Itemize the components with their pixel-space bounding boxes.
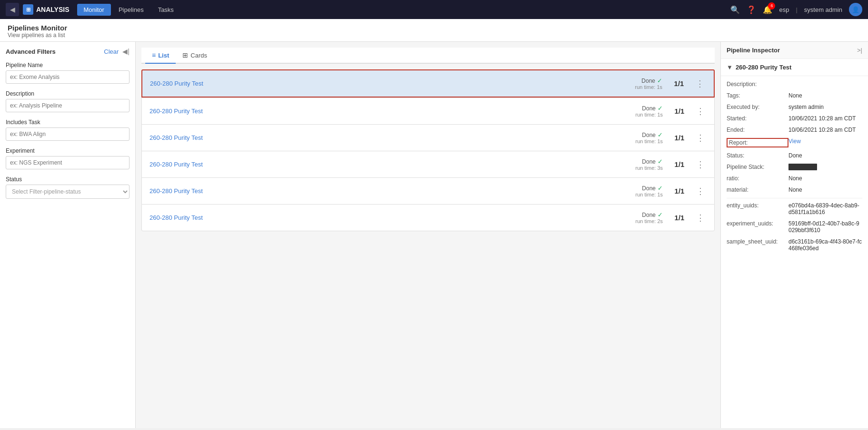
pipeline-runtime: run time: 1s (636, 138, 663, 144)
pipeline-runtime: run time: 3s (636, 165, 663, 171)
inspector-row-experiment-uuids: experiment_uuids: 59169bff-0d12-40b7-ba8… (727, 220, 862, 234)
page-subtitle: View pipelines as a list (8, 32, 860, 39)
logo-icon: ⊞ (23, 4, 33, 15)
table-row[interactable]: 260-280 Purity Test Done ✓ run time: 1s … (141, 98, 715, 124)
done-icon: ✓ (658, 211, 663, 218)
pipeline-status-wrap: Done ✓ run time: 1s (636, 105, 663, 117)
inspector-value-material: None (788, 186, 862, 193)
nav-tabs: Monitor Pipelines Tasks (77, 4, 180, 16)
inspector-separator (727, 198, 862, 198)
list-icon: ≡ (152, 51, 156, 59)
pipeline-ratio: 1/1 (672, 134, 687, 142)
tab-list[interactable]: ≡ List (145, 48, 176, 64)
inspector-row-started: Started: 10/06/2021 10:28 am CDT (727, 115, 862, 122)
pipeline-menu-button[interactable]: ⋮ (694, 159, 707, 170)
nav-tab-monitor[interactable]: Monitor (77, 4, 111, 16)
filter-input-includes-task[interactable] (6, 127, 130, 141)
table-row[interactable]: 260-280 Purity Test Done ✓ run time: 1s … (141, 124, 715, 151)
search-icon[interactable]: 🔍 (730, 5, 740, 14)
help-icon[interactable]: ❓ (747, 5, 756, 14)
page-title: Pipelines Monitor (8, 24, 860, 32)
inspector-row-report: Report: View (727, 138, 862, 147)
filter-input-pipeline-name[interactable] (6, 70, 130, 84)
inspector-value-ratio: None (788, 175, 862, 182)
user-name: system admin (804, 6, 842, 13)
inspector-panel: Pipeline Inspector >| ▼ 260-280 Purity T… (720, 42, 868, 428)
filter-select-status[interactable]: Select Filter-pipeline-status Done Runni… (6, 185, 130, 199)
table-row[interactable]: 260-280 Purity Test Done ✓ run time: 3s … (141, 151, 715, 177)
inspector-key-material: material: (727, 186, 788, 193)
inspector-pipeline-name: ▼ 260-280 Purity Test (721, 59, 868, 76)
collapse-icon[interactable]: ◀| (122, 48, 130, 55)
pipeline-status-wrap: Done ✓ run time: 2s (636, 211, 663, 224)
pipeline-menu-button[interactable]: ⋮ (694, 186, 707, 196)
pipeline-status: Done (641, 78, 655, 84)
page-header: Pipelines Monitor View pipelines as a li… (0, 19, 868, 42)
logo-text: ANALYSIS (36, 6, 70, 13)
top-nav: ◀ ⊞ ANALYSIS Monitor Pipelines Tasks 🔍 ❓… (0, 0, 868, 19)
pipeline-name: 260-280 Purity Test (150, 187, 636, 195)
tab-cards[interactable]: ⊞ Cards (176, 48, 214, 64)
pipeline-runtime: run time: 1s (635, 84, 662, 90)
pipeline-menu-button[interactable]: ⋮ (694, 213, 707, 223)
pipeline-name: 260-280 Purity Test (150, 214, 636, 221)
pipeline-status: Done (642, 158, 656, 165)
pipeline-name: 260-280 Purity Test (150, 108, 636, 115)
inspector-key-description: Description: (727, 81, 788, 88)
filter-input-description[interactable] (6, 99, 130, 112)
inspector-key-started: Started: (727, 115, 788, 122)
nav-tab-pipelines[interactable]: Pipelines (112, 4, 150, 16)
filter-label-pipeline-name: Pipeline Name (6, 62, 130, 68)
inspector-key-experiment-uuids: experiment_uuids: (727, 220, 788, 227)
pipeline-ratio: 1/1 (672, 107, 687, 115)
pipeline-runtime: run time: 1s (636, 112, 663, 117)
inspector-value-report[interactable]: View (788, 138, 862, 145)
filter-header: Advanced Filters Clear ◀| (6, 48, 130, 55)
inspector-expand-icon[interactable]: >| (857, 47, 862, 54)
pipeline-ratio: 1/1 (672, 187, 687, 195)
filter-panel: Advanced Filters Clear ◀| Pipeline Name … (0, 42, 136, 428)
inspector-toggle-icon[interactable]: ▼ (727, 64, 733, 71)
inspector-body: Description: Tags: None Executed by: sys… (721, 76, 868, 261)
inspector-key-ended: Ended: (727, 127, 788, 133)
inspector-title: Pipeline Inspector (727, 47, 780, 54)
inspector-value-status: Done (788, 152, 862, 159)
inspector-key-executed-by: Executed by: (727, 104, 788, 110)
pipeline-ratio: 1/1 (672, 160, 687, 168)
inspector-value-executed-by: system admin (788, 104, 862, 110)
inspector-row-entity-uuids: entity_uuids: e076bd4a-6839-4dec-8ab9-d5… (727, 202, 862, 215)
pipeline-status-wrap: Done ✓ run time: 1s (636, 131, 663, 144)
table-row[interactable]: 260-280 Purity Test Done ✓ run time: 1s … (141, 177, 715, 204)
inspector-value-experiment-uuids: 59169bff-0d12-40b7-ba8c-9029bbf3f610 (788, 220, 862, 234)
inspector-value-sample-sheet-uuid: d6c3161b-69ca-4f43-80e7-fc468fe036ed (788, 238, 862, 252)
table-row[interactable]: 260-280 Purity Test Done ✓ run time: 2s … (141, 204, 715, 231)
pipeline-runtime: run time: 2s (636, 218, 663, 224)
inspector-value-entity-uuids: e076bd4a-6839-4dec-8ab9-d581f1a1b616 (788, 202, 862, 215)
filter-input-experiment[interactable] (6, 156, 130, 169)
nav-tab-tasks[interactable]: Tasks (151, 4, 180, 16)
inspector-row-tags: Tags: None (727, 92, 862, 99)
pipeline-list: 260-280 Purity Test Done ✓ run time: 1s … (141, 69, 715, 231)
avatar[interactable]: 👤 (849, 3, 862, 16)
clear-link[interactable]: Clear (104, 48, 119, 55)
inspector-row-material: material: None (727, 186, 862, 193)
filter-title: Advanced Filters (6, 48, 56, 55)
inspector-value-ended: 10/06/2021 10:28 am CDT (788, 127, 862, 133)
inspector-row-sample-sheet-uuid: sample_sheet_uuid: d6c3161b-69ca-4f43-80… (727, 238, 862, 252)
bell-badge: 6 (768, 2, 775, 10)
main-layout: Advanced Filters Clear ◀| Pipeline Name … (0, 42, 868, 428)
pipeline-name: 260-280 Purity Test (150, 161, 636, 168)
pipeline-menu-button[interactable]: ⋮ (694, 106, 707, 117)
notifications-bell[interactable]: 🔔 6 (763, 5, 772, 14)
pipeline-menu-button[interactable]: ⋮ (694, 78, 706, 89)
pipeline-ratio: 1/1 (672, 79, 686, 88)
filter-status: Status Select Filter-pipeline-status Don… (6, 176, 130, 199)
filter-experiment: Experiment (6, 147, 130, 169)
back-button[interactable]: ◀ (6, 3, 19, 16)
inspector-row-executed-by: Executed by: system admin (727, 104, 862, 110)
pipeline-menu-button[interactable]: ⋮ (694, 133, 707, 143)
done-icon: ✓ (658, 105, 663, 112)
filter-label-description: Description (6, 90, 130, 97)
pipeline-name: 260-280 Purity Test (150, 134, 636, 141)
table-row[interactable]: 260-280 Purity Test Done ✓ run time: 1s … (141, 69, 715, 98)
